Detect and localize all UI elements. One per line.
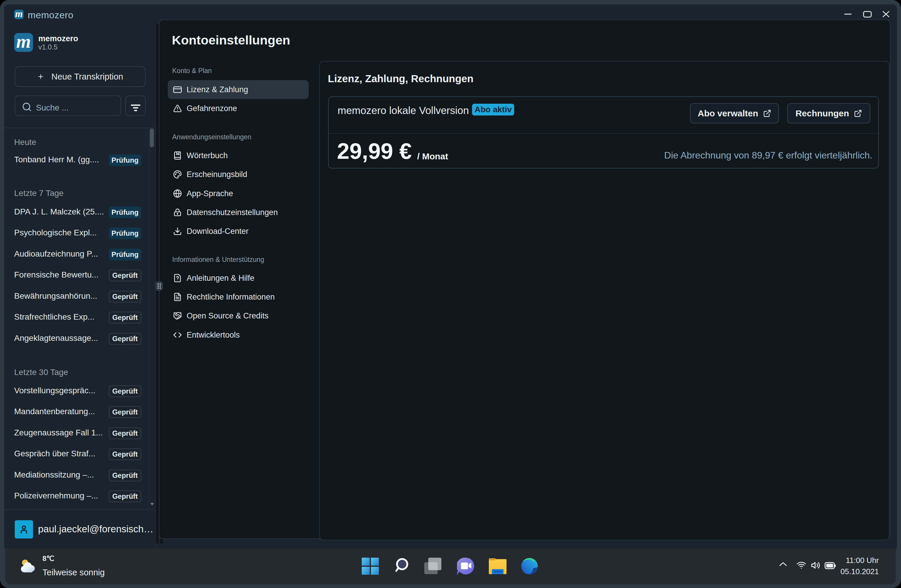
svg-text:m: m	[16, 33, 31, 52]
svg-text:m: m	[15, 10, 23, 19]
